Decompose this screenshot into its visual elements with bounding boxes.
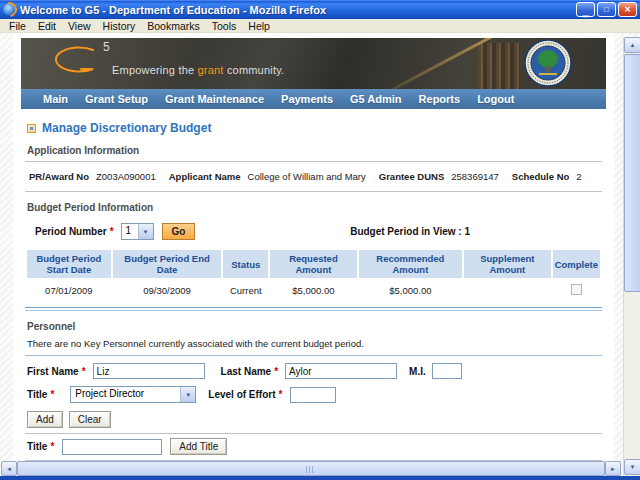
col-complete: Complete — [553, 250, 600, 278]
scroll-up-button[interactable]: ▲ — [624, 37, 640, 53]
add-button[interactable]: Add — [27, 411, 63, 428]
scroll-left-icon: ◄ — [6, 466, 12, 472]
page-viewport: 5 Empowering the grant community. Main G… — [0, 33, 640, 476]
required-marker: * — [82, 366, 86, 377]
last-name-label: Last Name* — [221, 366, 278, 377]
col-status: Status — [223, 250, 268, 278]
period-number-label: Period Number* — [35, 226, 114, 237]
window-border — [0, 476, 640, 480]
scroll-up-icon: ▲ — [630, 42, 636, 48]
menu-view[interactable]: View — [62, 20, 97, 32]
divider — [25, 310, 602, 311]
nav-g5-admin[interactable]: G5 Admin — [350, 93, 402, 105]
period-number-select[interactable]: 1 ▼ — [121, 223, 154, 240]
title-bar[interactable]: Welcome to G5 - Department of Education … — [0, 0, 640, 19]
main-nav: Main Grant Setup Grant Maintenance Payme… — [21, 89, 606, 109]
g5-logo-icon — [47, 46, 99, 74]
schedule-no-label: Schedule No — [512, 171, 570, 182]
applicant-name-label: Applicant Name — [169, 171, 241, 182]
table-row: 07/01/2009 09/30/2009 Current $5,000.00 … — [27, 278, 600, 300]
nav-main[interactable]: Main — [43, 93, 68, 105]
window-title: Welcome to G5 - Department of Education … — [20, 4, 572, 16]
menu-file[interactable]: File — [3, 20, 32, 32]
application-info-heading: Application Information — [27, 145, 602, 156]
personnel-empty-message: There are no Key Personnel currently ass… — [27, 338, 602, 349]
cell-requested: $5,000.00 — [270, 278, 357, 300]
mi-input[interactable] — [432, 363, 462, 379]
title-select-value: Project Director — [71, 387, 180, 402]
name-form-row: First Name* Last Name* M.I. — [27, 363, 602, 379]
new-title-label: Title* — [27, 441, 54, 452]
scroll-left-button[interactable]: ◄ — [1, 461, 17, 476]
browser-window: Welcome to G5 - Department of Education … — [0, 0, 640, 480]
scroll-right-icon: ► — [610, 466, 616, 472]
clear-button[interactable]: Clear — [69, 411, 111, 428]
scroll-down-button[interactable]: ▼ — [624, 459, 640, 475]
period-number-value: 1 — [122, 224, 138, 239]
applicant-name-value: College of William and Mary — [248, 171, 366, 182]
cell-supplement — [464, 278, 551, 300]
col-supplement: Supplement Amount — [464, 250, 551, 278]
nav-reports[interactable]: Reports — [419, 93, 461, 105]
first-name-input[interactable] — [93, 363, 205, 379]
application-info-row: PR/Award NoZ003A090001 Applicant NameCol… — [29, 171, 602, 182]
bookshelf-image — [478, 43, 520, 89]
g5-logo-five: 5 — [103, 40, 110, 54]
pr-award-label: PR/Award No — [29, 171, 89, 182]
g5-banner: 5 Empowering the grant community. — [21, 38, 606, 89]
page-title-icon — [27, 124, 36, 133]
col-start-date: Budget Period Start Date — [27, 250, 111, 278]
page-container: 5 Empowering the grant community. Main G… — [13, 33, 614, 461]
nav-grant-maintenance[interactable]: Grant Maintenance — [165, 93, 264, 105]
title-form-row: Title* Project Director ▼ Level of Effor… — [27, 386, 602, 403]
menu-tools[interactable]: Tools — [206, 20, 243, 32]
divider — [25, 307, 602, 308]
menu-bookmarks[interactable]: Bookmarks — [141, 20, 206, 32]
add-title-button[interactable]: Add Title — [170, 438, 227, 455]
maximize-icon: □ — [604, 5, 609, 14]
close-icon: ✕ — [624, 5, 631, 14]
nav-logout[interactable]: Logout — [477, 93, 514, 105]
title-select[interactable]: Project Director ▼ — [70, 386, 196, 403]
mi-label: M.I. — [409, 366, 426, 377]
horizontal-scrollbar-thumb[interactable] — [17, 461, 605, 476]
period-selector-row: Period Number* 1 ▼ Go Budget Period in V… — [35, 223, 602, 240]
banner-tagline: Empowering the grant community. — [112, 64, 284, 76]
menu-edit[interactable]: Edit — [32, 20, 62, 32]
scroll-right-button[interactable]: ► — [605, 461, 621, 476]
horizontal-scrollbar[interactable]: ◄ ► — [1, 461, 621, 476]
nav-grant-setup[interactable]: Grant Setup — [85, 93, 148, 105]
budget-period-in-view: Budget Period in View : 1 — [350, 226, 470, 237]
col-requested: Requested Amount — [270, 250, 357, 278]
firefox-icon — [3, 3, 16, 16]
last-name-input[interactable] — [285, 363, 397, 379]
budget-period-table: Budget Period Start Date Budget Period E… — [25, 250, 602, 300]
menu-history[interactable]: History — [97, 20, 142, 32]
first-name-label: First Name* — [27, 366, 86, 377]
nav-payments[interactable]: Payments — [281, 93, 333, 105]
title-label: Title* — [27, 389, 54, 400]
dropdown-arrow-icon[interactable]: ▼ — [138, 224, 153, 239]
table-header-row: Budget Period Start Date Budget Period E… — [27, 250, 600, 278]
required-marker: * — [110, 226, 114, 237]
minimize-button[interactable]: ▁ — [576, 2, 595, 17]
divider — [25, 433, 602, 434]
vertical-scrollbar[interactable]: ▲ ▼ — [623, 37, 640, 475]
required-marker: * — [274, 366, 278, 377]
level-of-effort-label: Level of Effort* — [208, 389, 282, 400]
dropdown-arrow-icon[interactable]: ▼ — [180, 387, 195, 402]
divider — [25, 191, 602, 192]
scroll-down-icon: ▼ — [630, 464, 636, 470]
col-recommended: Recommended Amount — [359, 250, 462, 278]
required-marker: * — [50, 389, 54, 400]
close-button[interactable]: ✕ — [618, 2, 637, 17]
maximize-button[interactable]: □ — [597, 2, 616, 17]
vertical-scrollbar-thumb[interactable] — [624, 54, 640, 292]
page-content: Manage Discretionary Budget Application … — [13, 109, 614, 461]
divider — [25, 161, 602, 162]
new-title-input[interactable] — [62, 439, 162, 455]
menu-help[interactable]: Help — [242, 20, 276, 32]
go-button[interactable]: Go — [162, 223, 196, 240]
level-of-effort-input[interactable] — [290, 387, 336, 403]
cell-status: Current — [223, 278, 268, 300]
